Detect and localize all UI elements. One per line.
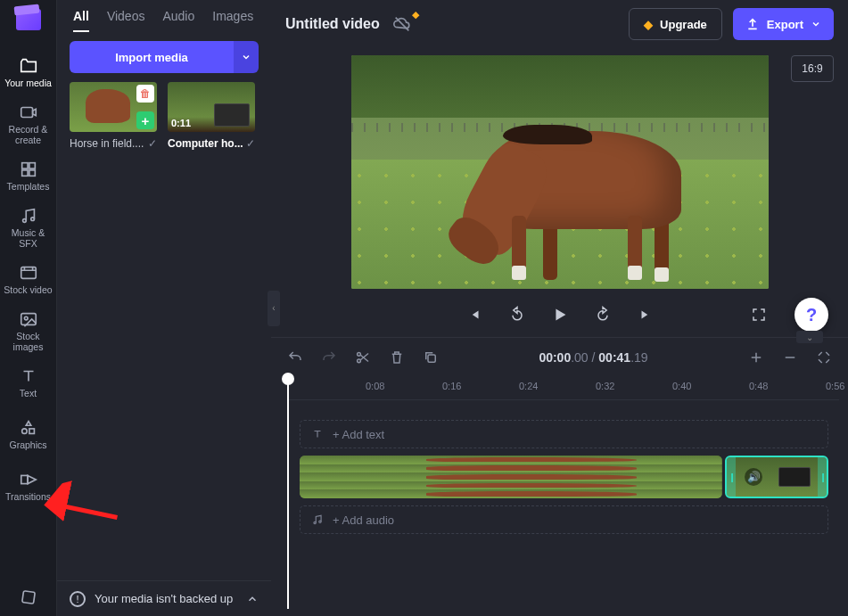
- rail-templates[interactable]: Templates: [0, 150, 56, 201]
- upload-icon: [745, 17, 760, 31]
- left-rail: Your media Record & create Templates Mus…: [0, 0, 57, 616]
- clip-trim-right[interactable]: ||: [818, 457, 827, 497]
- rewind-5-button[interactable]: [507, 305, 527, 324]
- svg-rect-4: [29, 170, 34, 176]
- diamond-icon: ◆: [644, 18, 653, 31]
- rail-graphics[interactable]: Graphics: [0, 408, 56, 460]
- forward-5-button[interactable]: [593, 305, 613, 324]
- media-panel: All Videos Audio Images Import media 🗑 +…: [57, 0, 271, 616]
- video-preview[interactable]: [351, 55, 769, 289]
- svg-rect-12: [21, 475, 27, 483]
- media-name: Horse in field....: [70, 137, 144, 150]
- add-to-timeline-icon[interactable]: +: [136, 111, 154, 129]
- delete-icon[interactable]: 🗑: [136, 85, 154, 103]
- media-item[interactable]: 🗑 + Horse in field....✓: [70, 82, 157, 150]
- fullscreen-button[interactable]: [749, 305, 769, 324]
- timeline-tracks: + Add text Computer horse.mp4 || 🔊 ||: [271, 400, 848, 550]
- music-icon: [311, 513, 324, 526]
- cloud-sync-off-icon[interactable]: ◆: [392, 14, 412, 34]
- backup-warning[interactable]: ! Your media isn't backed up: [57, 580, 271, 616]
- upgrade-button[interactable]: ◆ Upgrade: [629, 8, 722, 40]
- topbar: Untitled video ◆ ◆ Upgrade Export: [271, 0, 848, 48]
- import-media-dropdown[interactable]: [234, 41, 259, 73]
- svg-point-18: [319, 521, 321, 522]
- app-logo: [16, 9, 41, 30]
- import-media-button[interactable]: Import media: [70, 41, 234, 73]
- preview-area: 16:9: [271, 48, 848, 337]
- media-duration: 0:11: [171, 118, 191, 128]
- rail-record-create[interactable]: Record & create: [0, 98, 56, 150]
- rail-text[interactable]: Text: [0, 357, 56, 408]
- svg-point-5: [22, 219, 26, 223]
- svg-point-6: [30, 218, 34, 221]
- svg-rect-13: [21, 590, 34, 603]
- rail-more[interactable]: [0, 580, 56, 616]
- text-icon: [311, 428, 324, 440]
- zoom-out-button[interactable]: [782, 349, 798, 365]
- svg-rect-11: [29, 429, 33, 434]
- play-button[interactable]: [550, 305, 570, 324]
- timeline: 00:00.00 / 00:41.19 0:08 0:16 0:24 0:32 …: [271, 337, 848, 616]
- split-button[interactable]: [355, 349, 371, 365]
- timecode: 00:00.00 / 00:41.19: [457, 350, 730, 365]
- duplicate-button[interactable]: [423, 349, 439, 365]
- svg-rect-16: [428, 355, 435, 362]
- svg-rect-0: [21, 107, 32, 117]
- svg-rect-3: [21, 170, 27, 176]
- rail-stock-images[interactable]: Stock images: [0, 305, 56, 357]
- media-thumbnail[interactable]: 🗑 +: [70, 82, 157, 132]
- redo-button[interactable]: [321, 349, 337, 365]
- skip-start-button[interactable]: [465, 305, 484, 324]
- project-title[interactable]: Untitled video: [285, 16, 380, 32]
- undo-button[interactable]: [287, 349, 303, 365]
- diamond-icon: ◆: [412, 9, 419, 21]
- rail-transitions[interactable]: Transitions: [0, 460, 56, 512]
- audio-icon[interactable]: 🔊: [745, 468, 762, 486]
- media-item[interactable]: 0:11 Computer ho...✓: [168, 82, 255, 150]
- media-tabs: All Videos Audio Images: [57, 0, 271, 32]
- check-icon: ✓: [148, 137, 157, 150]
- media-name: Computer ho...: [168, 137, 243, 150]
- chevron-down-icon: [811, 19, 821, 29]
- help-button[interactable]: ?: [794, 298, 828, 332]
- timeline-ruler[interactable]: 0:08 0:16 0:24 0:32 0:40 0:48 0:56: [287, 377, 839, 400]
- tab-videos[interactable]: Videos: [107, 9, 145, 32]
- svg-rect-7: [21, 267, 36, 278]
- zoom-fit-button[interactable]: [816, 349, 832, 365]
- clip-computer-horse[interactable]: Computer horse.mp4 || 🔊 ||: [725, 456, 828, 498]
- add-text-track[interactable]: + Add text: [300, 420, 828, 448]
- warning-icon: !: [70, 591, 86, 607]
- clip-thumbnail: [778, 467, 811, 487]
- media-thumbnail[interactable]: 0:11: [168, 82, 255, 132]
- svg-point-17: [314, 522, 316, 523]
- tab-audio[interactable]: Audio: [162, 9, 194, 32]
- zoom-in-button[interactable]: [748, 349, 764, 365]
- check-icon: ✓: [246, 137, 255, 150]
- rail-stock-video[interactable]: Stock video: [0, 253, 56, 305]
- collapse-preview-button[interactable]: ⌄: [796, 331, 823, 343]
- rail-your-media[interactable]: Your media: [0, 46, 56, 98]
- add-audio-track[interactable]: + Add audio: [300, 505, 828, 534]
- playback-controls: [351, 305, 769, 324]
- clip-horse-field[interactable]: [300, 456, 722, 498]
- tab-all[interactable]: All: [73, 9, 89, 32]
- delete-button[interactable]: [389, 349, 405, 365]
- svg-rect-2: [29, 162, 34, 168]
- tab-images[interactable]: Images: [212, 9, 253, 32]
- aspect-ratio-button[interactable]: 16:9: [791, 55, 834, 82]
- clip-trim-left[interactable]: ||: [727, 457, 736, 497]
- rail-music-sfx[interactable]: Music & SFX: [0, 201, 56, 253]
- svg-point-10: [21, 429, 27, 434]
- svg-point-9: [24, 316, 28, 320]
- skip-end-button[interactable]: [636, 305, 655, 324]
- export-button[interactable]: Export: [733, 8, 834, 40]
- video-track[interactable]: Computer horse.mp4 || 🔊 ||: [300, 456, 828, 498]
- svg-rect-1: [21, 162, 27, 168]
